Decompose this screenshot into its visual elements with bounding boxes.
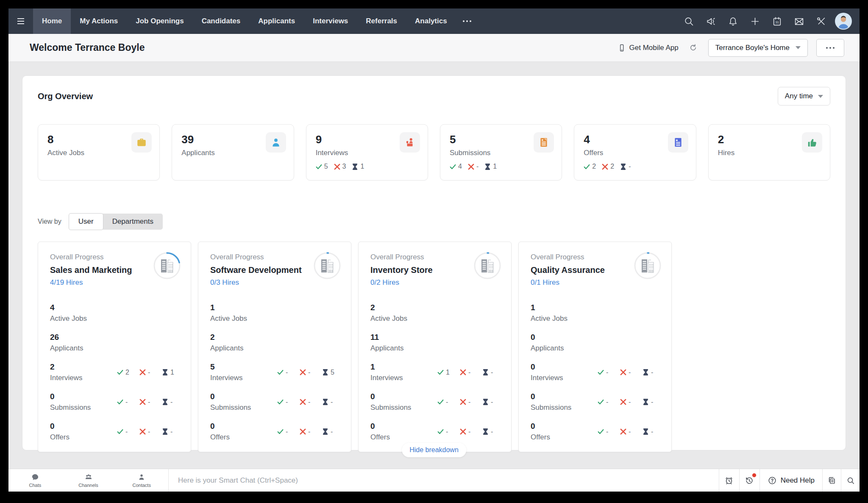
nav-tab-candidates[interactable]: Candidates bbox=[193, 8, 250, 34]
metric-interviews: 0Interviews - - - bbox=[531, 362, 659, 382]
check-icon bbox=[117, 399, 123, 405]
metric-submissions: 0Submissions - - - bbox=[50, 392, 179, 412]
reminders-alarm-icon[interactable] bbox=[719, 469, 739, 492]
nav-tab-my-actions[interactable]: My Actions bbox=[71, 8, 127, 34]
contacts-label: Contacts bbox=[132, 483, 150, 488]
dept-hires-link[interactable]: 0/1 Hires bbox=[531, 278, 559, 287]
metric-submissions: 0Submissions - - - bbox=[531, 392, 659, 412]
metric-label: Active Jobs bbox=[531, 314, 568, 323]
metric-interviews: 2Interviews 2 - 1 bbox=[50, 362, 179, 382]
smart-chat-input[interactable] bbox=[169, 469, 719, 492]
metric-value: 0 bbox=[531, 362, 563, 372]
hourglass-icon bbox=[484, 164, 491, 170]
contacts-tab[interactable]: Contacts bbox=[115, 469, 168, 492]
failed-count: 2 bbox=[610, 163, 614, 170]
need-help-button[interactable]: Need Help bbox=[760, 469, 822, 492]
nav-tab-applicants[interactable]: Applicants bbox=[249, 8, 304, 34]
setup-tools-icon[interactable] bbox=[813, 13, 829, 29]
header-more-options-button[interactable] bbox=[816, 39, 844, 57]
hourglass-icon bbox=[643, 428, 649, 435]
dashboard-selector[interactable]: Terrance Boyle's Home bbox=[708, 39, 808, 57]
offer-doc-icon bbox=[668, 132, 688, 153]
status-breakdown: - - - bbox=[598, 428, 659, 436]
x-icon bbox=[620, 399, 626, 405]
org-overview-title: Org Overview bbox=[38, 92, 93, 101]
stat-card-interviews[interactable]: 9 Interviews 5 3 1 bbox=[306, 124, 428, 181]
dept-hires-link[interactable]: 0/3 Hires bbox=[210, 278, 239, 287]
nav-tab-referrals[interactable]: Referrals bbox=[357, 8, 406, 34]
metric-value: 1 bbox=[370, 362, 403, 372]
stat-card-hires[interactable]: 2 Hires bbox=[708, 124, 830, 181]
status-breakdown: - - - bbox=[598, 398, 659, 406]
view-by-control: View by User Departments bbox=[38, 214, 830, 230]
stat-breakdown: 2 2 - bbox=[584, 163, 686, 170]
nav-tab-job-openings[interactable]: Job Openings bbox=[127, 8, 192, 34]
stat-card-active-jobs[interactable]: 8 Active Jobs bbox=[38, 124, 160, 181]
hide-breakdown-button[interactable]: Hide breakdown bbox=[402, 443, 466, 457]
metric-value: 2 bbox=[210, 333, 243, 342]
add-icon[interactable] bbox=[747, 13, 763, 29]
nav-tab-analytics[interactable]: Analytics bbox=[406, 8, 456, 34]
check-icon bbox=[450, 164, 456, 170]
nav-tab-home[interactable]: Home bbox=[33, 8, 71, 34]
user-avatar[interactable] bbox=[835, 13, 852, 30]
metric-label: Offers bbox=[210, 433, 230, 442]
metric-submissions: 0Submissions - - - bbox=[210, 392, 339, 412]
hourglass-icon bbox=[482, 399, 489, 405]
metric-label: Submissions bbox=[531, 403, 571, 412]
stat-card-offers[interactable]: 4 Offers 2 2 - bbox=[574, 124, 696, 181]
time-filter-dropdown[interactable]: Any time bbox=[778, 87, 830, 106]
hourglass-icon bbox=[162, 369, 168, 375]
metric-value: 1 bbox=[531, 303, 568, 312]
chat-search-icon[interactable] bbox=[841, 469, 860, 492]
refresh-icon[interactable] bbox=[687, 42, 700, 54]
x-icon bbox=[300, 428, 306, 435]
department-cards-row: Overall Progress Sales and Marketing 4/1… bbox=[38, 242, 830, 452]
metric-active-jobs: 1Active Jobs bbox=[531, 303, 659, 323]
view-by-user-segment[interactable]: User bbox=[69, 213, 103, 230]
channels-tab[interactable]: Channels bbox=[62, 469, 115, 492]
metric-active-jobs: 4Active Jobs bbox=[50, 303, 179, 323]
mail-icon[interactable] bbox=[791, 13, 807, 29]
metric-label: Applicants bbox=[50, 344, 83, 353]
notifications-bell-icon[interactable] bbox=[725, 13, 741, 29]
search-icon[interactable] bbox=[681, 13, 697, 29]
check-icon bbox=[437, 399, 444, 405]
view-by-departments-segment[interactable]: Departments bbox=[103, 214, 163, 230]
hamburger-menu-icon[interactable] bbox=[8, 8, 33, 34]
check-icon bbox=[277, 369, 284, 375]
time-filter-value: Any time bbox=[785, 92, 813, 100]
hourglass-icon bbox=[620, 164, 626, 170]
dept-hires-link[interactable]: 0/2 Hires bbox=[370, 278, 399, 287]
copy-pages-icon[interactable] bbox=[822, 469, 841, 492]
metric-value: 0 bbox=[370, 392, 411, 401]
metric-applicants: 26Applicants bbox=[50, 333, 179, 353]
recent-history-icon[interactable] bbox=[739, 469, 760, 492]
nav-more-tabs-icon[interactable] bbox=[456, 8, 478, 34]
calendar-icon[interactable]: 31 bbox=[769, 13, 785, 29]
check-icon bbox=[437, 369, 444, 375]
status-breakdown: - - - bbox=[277, 428, 339, 436]
x-icon bbox=[300, 399, 306, 405]
get-mobile-app-label: Get Mobile App bbox=[629, 44, 679, 52]
chevron-down-icon bbox=[796, 46, 801, 49]
hourglass-icon bbox=[482, 428, 489, 435]
mobile-phone-icon bbox=[618, 44, 626, 52]
metric-applicants: 2Applicants bbox=[210, 333, 339, 353]
get-mobile-app-button[interactable]: Get Mobile App bbox=[618, 44, 679, 52]
done-count: 4 bbox=[458, 163, 462, 170]
view-by-segmented-control: User Departments bbox=[69, 214, 163, 230]
metric-label: Active Jobs bbox=[210, 314, 247, 323]
dept-card-sales-and-marketing: Overall Progress Sales and Marketing 4/1… bbox=[38, 242, 191, 452]
announcement-icon[interactable] bbox=[703, 13, 719, 29]
stat-card-submissions[interactable]: 5 Submissions 4 - 1 bbox=[440, 124, 562, 181]
notification-badge bbox=[752, 473, 757, 478]
chats-label: Chats bbox=[29, 483, 41, 488]
stat-card-applicants[interactable]: 39 Applicants bbox=[172, 124, 294, 181]
nav-tab-interviews[interactable]: Interviews bbox=[304, 8, 357, 34]
dept-hires-link[interactable]: 4/19 Hires bbox=[50, 278, 83, 287]
page-header: Welcome Terrance Boyle Get Mobile App Te… bbox=[8, 34, 860, 62]
metric-value: 0 bbox=[531, 422, 550, 431]
chats-tab[interactable]: Chats bbox=[8, 469, 62, 492]
dept-card-quality-assurance: Overall Progress Quality Assurance 0/1 H… bbox=[518, 242, 672, 452]
